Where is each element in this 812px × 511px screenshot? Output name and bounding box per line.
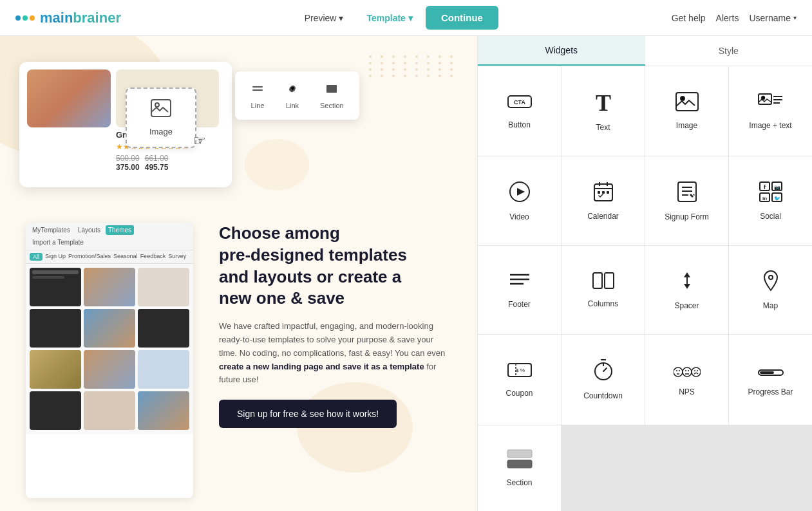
header-right: Get help Alerts Username ▾	[672, 13, 797, 23]
filter-signup[interactable]: Sign Up	[45, 253, 66, 261]
filter-seasonal[interactable]: Seasonal	[113, 253, 138, 261]
widget-signup-form[interactable]: Signup Form	[645, 156, 728, 245]
svg-point-1	[155, 103, 159, 107]
widget-signup-form-label: Signup Form	[665, 212, 709, 221]
filter-survey[interactable]: Survey	[168, 253, 186, 261]
header-nav: Preview ▾ Template ▾ Continue	[294, 6, 498, 30]
continue-button[interactable]: Continue	[426, 6, 498, 30]
svg-rect-39	[593, 273, 602, 288]
widget-progress-bar[interactable]: Progress Bar	[729, 335, 812, 424]
svg-marker-41	[684, 272, 690, 277]
user-chevron-icon: ▾	[793, 14, 797, 21]
widget-social[interactable]: f 📷 in 🐦 Social	[729, 156, 812, 245]
widget-social-label: Social	[760, 212, 781, 221]
line-icon	[250, 82, 265, 99]
image-widget-popup[interactable]: Image	[126, 88, 196, 148]
widget-nps-label: NPS	[679, 387, 695, 396]
logo[interactable]: mainbrainer	[15, 10, 121, 26]
card-image-1	[27, 70, 111, 127]
svg-point-55	[679, 370, 680, 371]
widget-footer[interactable]: Footer	[478, 246, 561, 334]
get-help-link[interactable]: Get help	[672, 13, 706, 23]
image-icon	[675, 92, 699, 115]
social-icon: f 📷 in 🐦	[759, 181, 782, 205]
preview-cell-4	[30, 309, 81, 348]
link-icon	[285, 82, 299, 99]
widget-coupon-label: Coupon	[505, 389, 533, 398]
cursor-icon: ☞	[193, 133, 206, 149]
widget-image-text[interactable]: Image + text	[729, 66, 812, 156]
image-widget-icon	[151, 99, 171, 122]
toolbar-line[interactable]: Line	[243, 77, 272, 115]
widget-image[interactable]: Image	[645, 66, 728, 156]
widget-map[interactable]: Map	[729, 246, 812, 334]
coupon-icon: $ %	[507, 361, 532, 382]
username-menu[interactable]: Username ▾	[749, 13, 797, 23]
svg-text:CTA: CTA	[514, 99, 525, 106]
widget-nps[interactable]: NPS	[645, 335, 728, 424]
preview-cell-12	[138, 391, 189, 430]
svg-rect-0	[151, 100, 171, 116]
svg-rect-22	[602, 191, 605, 194]
preview-cell-11	[84, 391, 135, 430]
preview-grid	[26, 264, 193, 434]
widget-video[interactable]: Video	[478, 156, 561, 245]
preview-cell-1	[30, 268, 81, 306]
svg-rect-2	[252, 86, 263, 88]
svg-rect-10	[759, 94, 771, 104]
preview-tab-layouts[interactable]: Layouts	[75, 225, 103, 235]
preview-cell-2	[84, 268, 135, 306]
svg-rect-66	[507, 460, 532, 468]
template-button[interactable]: Template ▾	[356, 8, 422, 28]
tab-style[interactable]: Style	[645, 36, 813, 66]
price-new-1: 375.00	[116, 163, 140, 172]
svg-rect-23	[607, 191, 609, 194]
svg-text:📷: 📷	[773, 184, 780, 190]
chevron-down-icon: ▾	[408, 13, 413, 23]
widget-columns[interactable]: Columns	[562, 246, 645, 334]
toolbar-link[interactable]: Link	[278, 77, 307, 115]
svg-point-59	[688, 370, 689, 371]
toolbar-line-label: Line	[251, 102, 265, 109]
price-group-1: 500.00 375.00	[116, 154, 140, 172]
logo-brand: brainer	[73, 10, 121, 26]
widget-countdown[interactable]: Countdown	[562, 335, 645, 424]
tab-widgets[interactable]: Widgets	[478, 36, 645, 66]
dots-decoration	[369, 55, 458, 77]
widget-section[interactable]: Section	[478, 425, 561, 511]
svg-point-56	[683, 367, 692, 376]
widget-countdown-label: Countdown	[583, 391, 623, 400]
filter-feedback[interactable]: Feedback	[140, 253, 166, 261]
text-content: Choose among pre-designed templates and …	[219, 223, 451, 498]
toolbar-link-label: Link	[286, 102, 299, 109]
widget-text[interactable]: T Text	[562, 66, 645, 156]
cta-button[interactable]: Sign up for free & see how it works!	[219, 400, 397, 428]
template-preview: MyTemplates Layouts Themes Import a Temp…	[26, 223, 193, 498]
alerts-link[interactable]: Alerts	[716, 13, 739, 23]
preview-cell-8	[84, 350, 135, 389]
preview-cell-10	[30, 391, 81, 430]
logo-dot-blue	[15, 15, 21, 21]
price-old-2: 661.00	[145, 154, 169, 163]
preview-tab-mytemplates[interactable]: MyTemplates	[30, 225, 73, 235]
widget-calendar[interactable]: Calendar	[562, 156, 645, 245]
svg-point-52	[674, 367, 683, 376]
main: Grand Canyon Tour ★★★★★ ★★★★☆ 500.00 375…	[0, 36, 812, 511]
preview-tab-themes[interactable]: Themes	[106, 225, 134, 235]
image-text-icon	[758, 92, 784, 115]
widget-image-text-label: Image + text	[749, 121, 791, 130]
svg-text:in: in	[762, 196, 766, 201]
svg-marker-43	[684, 284, 690, 289]
preview-tabs: MyTemplates Layouts Themes Import a Temp…	[26, 223, 193, 250]
preview-tab-import[interactable]: Import a Template	[30, 237, 86, 247]
logo-dots	[15, 15, 35, 21]
toolbar-section[interactable]: Section	[312, 77, 352, 115]
filter-promo[interactable]: Promotion/Sales	[68, 253, 111, 261]
preview-button[interactable]: Preview ▾	[294, 8, 354, 28]
widget-button[interactable]: CTA Button	[478, 66, 561, 156]
widget-spacer[interactable]: Spacer	[645, 246, 728, 334]
header: mainbrainer Preview ▾ Template ▾ Continu…	[0, 0, 812, 36]
widget-coupon[interactable]: $ % Coupon	[478, 335, 561, 424]
filter-all[interactable]: All	[30, 253, 42, 261]
preview-cell-9	[138, 350, 189, 389]
